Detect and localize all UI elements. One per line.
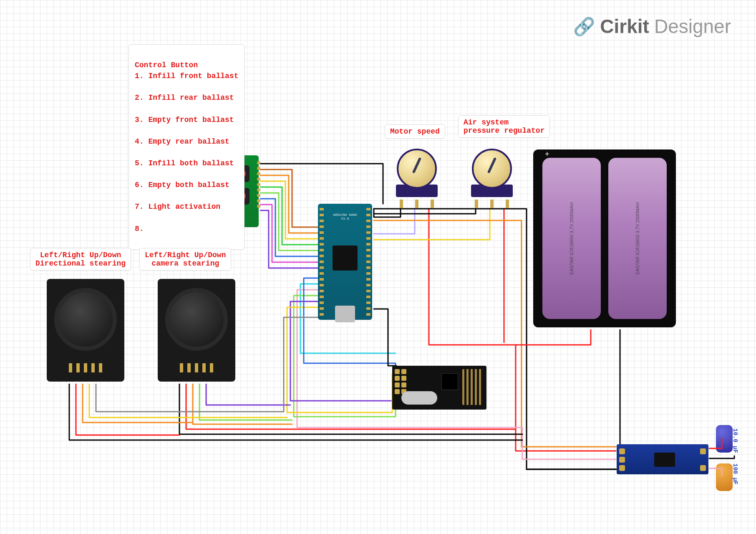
- component-pot-air-pressure[interactable]: [469, 149, 515, 199]
- component-pot-motor-speed[interactable]: [394, 149, 440, 199]
- annotation-line-2: 2. Infill rear ballast: [135, 92, 238, 103]
- app-logo: 🔗 Cirkit Designer: [573, 15, 731, 38]
- nrf-crystal: [401, 391, 437, 405]
- annotation-joystick-right[interactable]: Left/Right Up/Down camera stearing: [139, 248, 231, 271]
- annotation-line-4: 4. Empty rear ballast: [135, 136, 238, 147]
- logo-text-bold: Cirkit: [600, 15, 649, 38]
- annotation-line-6: 6. Empty both ballast: [135, 180, 238, 190]
- component-joystick-right[interactable]: [158, 279, 235, 382]
- annotation-joystick-left[interactable]: Left/Right Up/Down Directional stearing: [30, 248, 131, 271]
- battery-cell: EASTAR ICR18650 3.7V 2000MAH: [608, 158, 667, 319]
- nano-mcu-chip: [333, 245, 358, 271]
- annotation-control-button[interactable]: Control Button 1. Infill front ballast 2…: [129, 44, 244, 250]
- nrf-header: [395, 369, 406, 394]
- annotation-title: Control Button: [135, 61, 198, 69]
- component-arduino-nano[interactable]: ARDUINO NANOV3.0: [318, 204, 372, 320]
- annotation-pot-motor-speed[interactable]: Motor speed: [385, 124, 445, 139]
- battery-cell: EASTAR ICR18650 3.7V 2000MAH: [542, 158, 601, 319]
- component-joystick-left[interactable]: [47, 279, 124, 382]
- nano-label: ARDUINO NANOV3.0: [333, 213, 357, 220]
- annotation-pot-air-pressure[interactable]: Air system pressure regulator: [458, 115, 550, 138]
- nano-usb-port: [335, 306, 355, 322]
- pot-knob[interactable]: [472, 149, 512, 189]
- annotation-line-1: 1. Infill front ballast: [135, 71, 238, 81]
- pot-knob[interactable]: [397, 149, 437, 189]
- battery-terminal-plus: +: [545, 150, 549, 159]
- nrf-antenna: [462, 369, 482, 405]
- component-capacitor-100uF[interactable]: [716, 463, 733, 491]
- component-capacitor-10uF[interactable]: [716, 425, 733, 453]
- annotation-line-8: 8.: [135, 223, 238, 234]
- annotation-line-7: 7. Light activation: [135, 201, 238, 212]
- component-voltage-regulator[interactable]: [617, 444, 708, 474]
- logo-text-light: Designer: [654, 15, 731, 38]
- annotation-line-3: 3. Empty front ballast: [135, 114, 238, 125]
- button-board-pins: [257, 161, 260, 208]
- logo-icon: 🔗: [573, 16, 595, 37]
- annotation-line-5: 5. Infill both ballast: [135, 158, 238, 169]
- joystick-pins: [158, 363, 235, 372]
- nrf-ic: [441, 373, 458, 390]
- joystick-pins: [47, 363, 124, 372]
- regulator-ic: [654, 453, 675, 467]
- component-battery-holder[interactable]: + EASTAR ICR18650 3.7V 2000MAH EASTAR IC…: [533, 149, 676, 327]
- joystick-stick[interactable]: [165, 288, 228, 351]
- joystick-stick[interactable]: [54, 288, 117, 351]
- component-nrf24[interactable]: [392, 366, 486, 410]
- capacitor-values-label: 10.0 µF 100 µF: [732, 428, 738, 484]
